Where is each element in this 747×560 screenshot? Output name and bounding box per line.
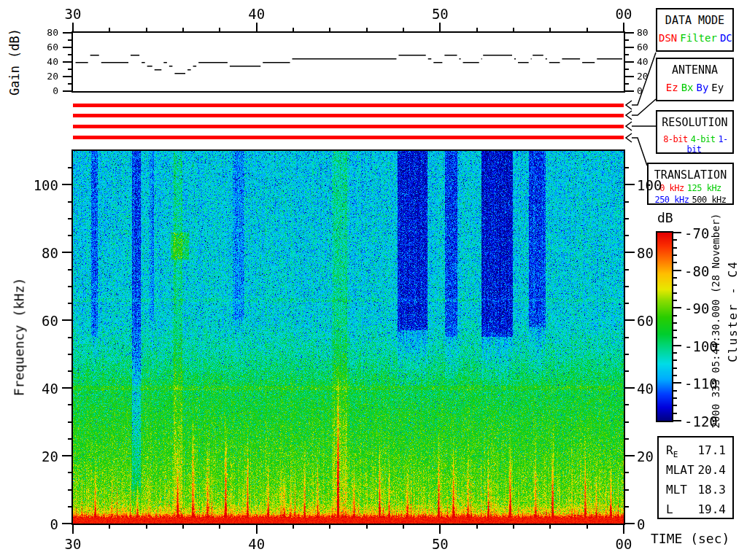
panel-title: DATA MODE xyxy=(657,14,732,27)
colorbar-tick xyxy=(672,382,681,384)
freq-tick-label: 60 xyxy=(29,313,58,329)
gain-ytick-minor xyxy=(624,54,629,55)
colorbar-tick-minor xyxy=(672,254,677,256)
colorbar-tick xyxy=(672,420,681,421)
time-tick-bottom-minor xyxy=(476,524,478,529)
time-tick-bottom xyxy=(439,524,441,534)
ephemeris-row: L19.4 xyxy=(659,499,732,519)
freq-tick xyxy=(624,387,635,389)
colorbar-tick-minor xyxy=(672,315,677,316)
gain-ytick-minor xyxy=(68,54,73,55)
freq-tick xyxy=(62,319,73,321)
gain-ytick-minor xyxy=(68,83,73,85)
freq-tick-minor xyxy=(624,438,629,440)
colorbar-tick-minor xyxy=(672,359,677,361)
freq-tick-minor xyxy=(624,370,629,372)
gain-ytick-label: 60 xyxy=(38,42,58,52)
freq-tick-minor xyxy=(68,167,73,168)
time-tick-top-minor xyxy=(476,28,478,33)
time-tick-top-minor xyxy=(403,28,404,33)
time-tick-label-top: 30 xyxy=(64,6,82,22)
colorbar-tick xyxy=(672,232,681,233)
freq-tick-minor xyxy=(624,489,629,491)
gain-ytick xyxy=(624,32,634,34)
colorbar-tick-minor xyxy=(672,413,677,414)
freq-tick-label: 80 xyxy=(29,245,58,261)
panel-item-by: By xyxy=(697,82,709,93)
panel-item-500-khz: 500 kHz xyxy=(692,195,727,205)
panel-item-0-khz: 0 kHz xyxy=(659,183,684,193)
colorbar-tick-minor xyxy=(672,390,677,392)
freq-tick xyxy=(62,184,73,185)
freq-tick-minor xyxy=(624,303,629,304)
freq-tick-minor xyxy=(624,269,629,271)
panel-title: RESOLUTION xyxy=(657,116,732,129)
time-tick-bottom-minor xyxy=(549,524,551,529)
gain-ytick xyxy=(63,90,73,92)
freq-tick-minor xyxy=(68,354,73,355)
gain-ytick-minor xyxy=(68,39,73,41)
freq-tick xyxy=(624,455,635,456)
colorbar-tick-minor xyxy=(672,239,677,241)
colorbar-title: dB xyxy=(657,210,673,225)
colorbar-tick-minor xyxy=(672,322,677,324)
time-tick-label-top: 00 xyxy=(615,6,632,22)
colorbar-tick-label: -70 xyxy=(684,225,709,241)
colorbar-tick-minor xyxy=(672,300,677,301)
freq-tick-minor xyxy=(624,472,629,473)
freq-tick-label: 100 xyxy=(29,177,58,193)
time-tick-bottom-minor xyxy=(329,524,330,529)
time-tick-bottom-minor xyxy=(513,524,514,529)
freq-tick-minor xyxy=(624,404,629,405)
freq-tick-minor xyxy=(68,370,73,372)
time-tick-top-minor xyxy=(366,28,368,33)
panel-item-filter: Filter xyxy=(680,32,717,44)
time-tick-label-bottom: 30 xyxy=(64,536,82,552)
time-tick-bottom-minor xyxy=(109,524,110,529)
time-tick-top-minor xyxy=(146,28,147,33)
freq-tick-label: 60 xyxy=(637,313,654,329)
colorbar-tick-minor xyxy=(672,247,677,249)
arrow-resolution xyxy=(626,122,656,131)
ephemeris-value: 18.3 xyxy=(697,483,726,497)
panel-item-ey: Ey xyxy=(711,82,724,93)
time-tick-label-bottom: 50 xyxy=(431,536,449,552)
time-tick-top-minor xyxy=(329,28,330,33)
ephemeris-value: 17.1 xyxy=(697,443,726,457)
arrow-translation xyxy=(626,133,647,166)
colorbar-tick-minor xyxy=(672,352,677,354)
colorbar-tick-minor xyxy=(672,330,677,331)
colorbar-tick-minor xyxy=(672,368,677,369)
gain-ytick-minor xyxy=(624,83,629,85)
colorbar-tick-minor xyxy=(672,375,677,376)
gain-ytick-minor xyxy=(68,69,73,70)
colorbar-tick-label: -100 xyxy=(684,338,718,354)
freq-tick xyxy=(624,252,635,253)
freq-tick-label: 40 xyxy=(29,381,58,397)
freq-tick-label: 40 xyxy=(637,381,654,397)
time-tick-label-top: 50 xyxy=(431,6,449,22)
panel-item-bx: Bx xyxy=(681,82,694,93)
time-tick-top-minor xyxy=(549,28,551,33)
colorbar-tick xyxy=(672,307,681,308)
panel-item-4-bit: 4-bit xyxy=(691,134,716,144)
colorbar-tick-label: -80 xyxy=(684,263,709,279)
time-tick-label-top: 40 xyxy=(248,6,266,22)
ephemeris-label: L xyxy=(666,502,673,516)
panel-item-125-khz: 125 kHz xyxy=(687,183,721,193)
gain-ytick xyxy=(624,61,634,63)
freq-tick-minor xyxy=(624,286,629,287)
panel-title: ANTENNA xyxy=(657,63,732,77)
time-tick-top xyxy=(72,23,74,33)
time-tick-top xyxy=(439,23,441,33)
gain-ytick-label: 80 xyxy=(38,27,58,38)
time-tick-bottom-minor xyxy=(403,524,404,529)
panel-antenna: ANTENNAEzBxByEy xyxy=(656,58,734,101)
freq-tick xyxy=(624,319,635,321)
gain-ytick-label: 40 xyxy=(38,56,58,67)
colorbar-tick xyxy=(672,345,681,346)
time-tick-label-bottom: 40 xyxy=(248,536,266,552)
gain-ytick xyxy=(624,47,634,48)
gain-ytick-label: 0 xyxy=(38,85,58,96)
freq-tick-label: 100 xyxy=(637,177,662,193)
